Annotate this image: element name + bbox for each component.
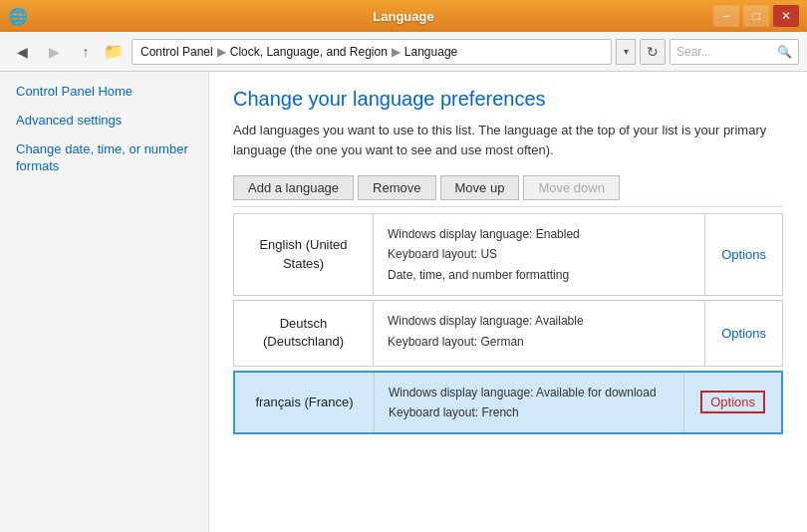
sidebar-advanced-settings[interactable]: Advanced settings: [16, 113, 192, 130]
language-detail-francais-2: Keyboard layout: French: [389, 402, 670, 422]
language-detail-english-1: Windows display language: Enabled: [388, 224, 690, 244]
search-placeholder: Sear...: [676, 45, 711, 59]
sidebar: Control Panel Home Advanced settings Cha…: [0, 72, 209, 532]
language-name-english: English (United States): [234, 214, 374, 295]
path-separator-2: ▶: [392, 45, 401, 59]
language-detail-deutsch-2: Keyboard layout: German: [388, 332, 690, 352]
language-name-francais: français (France): [235, 373, 375, 433]
language-name-deutsch: Deutsch (Deutschland): [234, 301, 374, 365]
language-item-english[interactable]: English (United States) Windows display …: [233, 213, 783, 296]
options-link-english[interactable]: Options: [721, 247, 766, 262]
move-down-button[interactable]: Move down: [523, 175, 619, 200]
folder-icon: 📁: [104, 42, 124, 61]
path-control-panel[interactable]: Control Panel: [140, 45, 213, 59]
language-item-francais[interactable]: français (France) Windows display langua…: [233, 371, 783, 435]
options-link-deutsch[interactable]: Options: [721, 326, 766, 341]
sidebar-change-date-time[interactable]: Change date, time, or number formats: [16, 141, 192, 175]
search-box: Sear... 🔍: [670, 39, 799, 65]
path-separator-1: ▶: [217, 45, 226, 59]
language-list: English (United States) Windows display …: [233, 213, 783, 434]
minimize-button[interactable]: −: [713, 5, 739, 27]
search-icon: 🔍: [777, 45, 792, 59]
language-toolbar: Add a language Remove Move up Move down: [233, 175, 783, 207]
title-bar: 🌐 Language − □ ✕: [0, 0, 807, 32]
path-language[interactable]: Language: [404, 45, 457, 59]
address-bar: ◀ ▶ ↑ 📁 Control Panel ▶ Clock, Language,…: [0, 32, 807, 72]
language-options-francais: Options: [683, 373, 781, 433]
options-link-francais[interactable]: Options: [700, 391, 765, 413]
language-detail-deutsch-1: Windows display language: Available: [388, 311, 690, 331]
language-details-deutsch: Windows display language: Available Keyb…: [374, 301, 704, 365]
forward-button[interactable]: ▶: [40, 38, 68, 66]
language-options-english: Options: [704, 214, 782, 295]
content-area: Change your language preferences Add lan…: [209, 72, 807, 532]
language-details-english: Windows display language: Enabled Keyboa…: [374, 214, 704, 295]
page-description: Add languages you want to use to this li…: [233, 121, 783, 159]
language-detail-francais-1: Windows display language: Available for …: [389, 383, 670, 402]
language-detail-english-3: Date, time, and number formatting: [388, 265, 690, 285]
remove-button[interactable]: Remove: [358, 175, 435, 200]
app-icon: 🌐: [8, 7, 28, 26]
maximize-button[interactable]: □: [743, 5, 769, 27]
language-details-francais: Windows display language: Available for …: [375, 373, 683, 433]
address-path: Control Panel ▶ Clock, Language, and Reg…: [132, 39, 612, 65]
window-title: Language: [373, 9, 433, 24]
language-detail-english-2: Keyboard layout: US: [388, 244, 690, 264]
path-clock-language[interactable]: Clock, Language, and Region: [230, 45, 388, 59]
move-up-button[interactable]: Move up: [440, 175, 520, 200]
main-area: Control Panel Home Advanced settings Cha…: [0, 72, 807, 532]
back-button[interactable]: ◀: [8, 38, 36, 66]
language-item-deutsch[interactable]: Deutsch (Deutschland) Windows display la…: [233, 300, 783, 366]
up-button[interactable]: ↑: [72, 38, 100, 66]
page-title: Change your language preferences: [233, 88, 783, 111]
refresh-button[interactable]: ↻: [640, 39, 666, 65]
window-controls: − □ ✕: [713, 5, 799, 27]
add-language-button[interactable]: Add a language: [233, 175, 354, 200]
sidebar-control-panel-home[interactable]: Control Panel Home: [16, 84, 192, 101]
address-dropdown-button[interactable]: ▾: [616, 39, 636, 65]
language-options-deutsch: Options: [704, 301, 782, 365]
close-button[interactable]: ✕: [773, 5, 799, 27]
